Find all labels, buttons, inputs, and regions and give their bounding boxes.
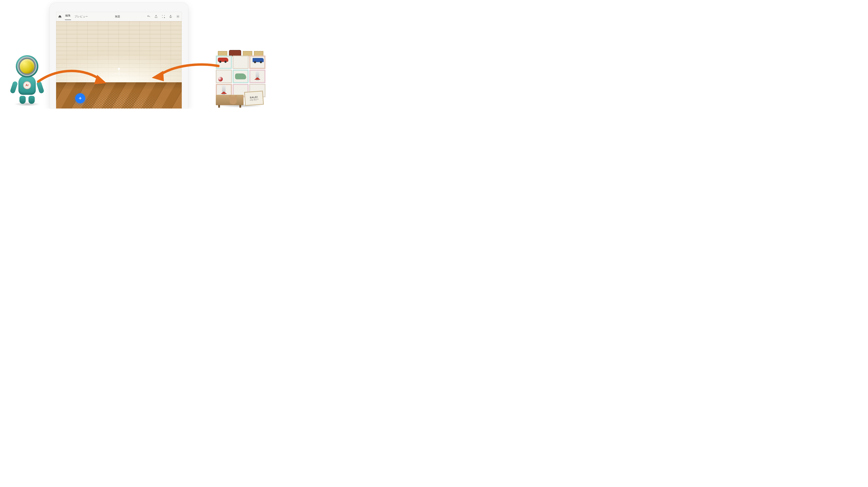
shelf-cell [232, 56, 249, 69]
toy-truck-icon [253, 58, 264, 62]
toolbar-right [147, 14, 180, 19]
toolbar-left: 編集 プレビュー [58, 13, 88, 20]
tab-edit[interactable]: 編集 [65, 13, 71, 20]
toy-bench [216, 95, 244, 105]
astronaut-visor [19, 58, 36, 75]
anchor-icon[interactable] [169, 14, 173, 19]
toy-rocket-icon [222, 85, 225, 95]
asset-toy-shelf[interactable]: SALE! only $11⁹⁹ [215, 48, 267, 105]
shelf-cell [249, 70, 266, 83]
document-title: 無題 [88, 15, 147, 18]
tab-preview[interactable]: プレビュー [74, 14, 88, 19]
shelf-cell [232, 70, 249, 83]
sale-card-line2: only $11⁹⁹ [250, 98, 258, 101]
share-icon[interactable] [154, 14, 158, 19]
undo-icon[interactable] [147, 14, 151, 19]
trunk-icon [229, 50, 241, 56]
svg-point-1 [178, 16, 178, 17]
astronaut-badge: Ar [23, 81, 31, 89]
svg-point-0 [170, 15, 171, 16]
scene-anchor-pin[interactable] [119, 69, 119, 75]
asset-shadow [14, 102, 40, 106]
asset-astronaut[interactable]: Ar [10, 55, 44, 104]
ar-canvas[interactable] [56, 21, 182, 109]
astronaut-leg-right [28, 96, 35, 104]
toy-dino-icon [235, 73, 246, 79]
sale-card: SALE! only $11⁹⁹ [244, 91, 264, 106]
shelf-base: SALE! only $11⁹⁹ [215, 96, 267, 105]
toy-car-icon [218, 58, 228, 62]
ground-plane-grid [64, 75, 174, 109]
shelf-cell [216, 70, 232, 83]
astronaut-arm-left [10, 81, 18, 94]
toy-ball-icon [218, 77, 223, 82]
home-icon[interactable] [58, 14, 62, 19]
select-area-icon[interactable] [161, 14, 165, 19]
toy-rocket-icon [256, 71, 259, 81]
gear-icon[interactable] [176, 14, 180, 19]
add-object-button[interactable] [75, 93, 85, 103]
toy-teddy-icon [230, 96, 237, 104]
astronaut-leg-left [20, 96, 26, 104]
shelf-top-boxes [215, 48, 267, 56]
app-toolbar: 編集 プレビュー 無題 [56, 12, 182, 21]
astronaut-arm-right [36, 81, 44, 94]
tablet-mock: 編集 プレビュー 無題 [50, 2, 188, 109]
shelf-cell [249, 56, 266, 69]
shelf-cell [216, 56, 232, 69]
app-screen: 編集 プレビュー 無題 [56, 12, 182, 109]
